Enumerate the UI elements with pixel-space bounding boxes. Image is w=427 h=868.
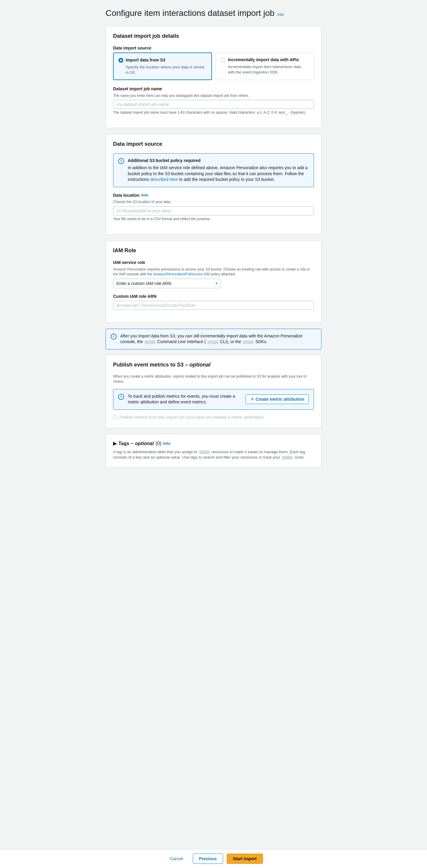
data-location-hint-below: Your file needs to be in a CSV format an… [113, 217, 314, 222]
external-link-icon: ↗ [250, 397, 254, 402]
publish-metrics-title-italic: optional [190, 362, 210, 368]
radio-options-row: Import data from S3 Specify the location… [113, 53, 314, 80]
radio-option-s3[interactable]: Import data from S3 Specify the location… [113, 53, 212, 80]
job-name-hint: The name you enter here can help you dis… [113, 93, 314, 98]
page-title-info-link[interactable]: Info [277, 12, 284, 18]
tags-toggle-icon[interactable]: ▶ [113, 440, 117, 447]
redact-2 [207, 340, 218, 344]
tags-count: (0) [156, 440, 162, 447]
data-location-info-link[interactable]: Info [141, 192, 149, 198]
radio-api-label: Incrementally import data with APIs [228, 57, 299, 63]
info-box-content: Additional S3 bucket policy required In … [128, 158, 309, 182]
incremental-info-content: After you import data from S3, you can s… [120, 333, 316, 345]
iam-full-access-link[interactable]: AmazonPersonalizeFullAccess [153, 272, 202, 276]
publish-metrics-hint: When you create a metric attribution, re… [113, 374, 314, 384]
custom-arn-input[interactable] [113, 301, 314, 310]
job-name-input[interactable] [113, 100, 314, 109]
section-title-import-source: Data import source [113, 141, 314, 148]
tags-hint1: A tag is an administrative label that yo… [113, 450, 197, 454]
tags-label-prefix: Tags – [119, 440, 133, 447]
radio-api-desc: Incrementally import item interactions d… [228, 64, 309, 75]
incremental-text4: SDKs. [256, 339, 267, 344]
data-location-input[interactable] [113, 206, 314, 215]
radio-api-circle [221, 58, 226, 62]
page-title: Configure item interactions dataset impo… [105, 7, 274, 19]
radio-s3-label: Import data from S3 [126, 57, 165, 63]
s3-policy-info-box: i Additional S3 bucket policy required I… [113, 153, 314, 187]
incremental-info-icon: i [111, 334, 117, 340]
custom-arn-field: Custom IAM role ARN [113, 293, 314, 310]
tags-info-link[interactable]: Info [163, 441, 170, 446]
data-location-label: Data location [113, 192, 139, 198]
publish-metrics-checkbox-row: Publish metrics from this import job (yo… [113, 414, 314, 421]
incremental-text2: Command Line Interface ( [157, 339, 206, 344]
data-location-label-row: Data location Info [113, 192, 314, 198]
radio-s3-circle [119, 58, 123, 63]
metric-box-icon: i [118, 394, 124, 400]
iam-service-role-field: IAM service role Amazon Personalize requ… [113, 260, 314, 288]
tags-redact-1 [199, 451, 210, 454]
tags-label-italic: optional [135, 440, 154, 447]
page-title-row: Configure item interactions dataset impo… [105, 7, 322, 19]
iam-service-role-label: IAM service role [113, 260, 314, 266]
job-name-hint-below: The dataset import job name must have 1-… [113, 110, 314, 115]
iam-service-role-hint: Amazon Personalize requires permissions … [113, 267, 314, 277]
dataset-import-job-details-card: Dataset import job details Data import s… [105, 26, 322, 128]
publish-metrics-card: Publish event metrics to S3 – optional W… [105, 355, 322, 428]
data-import-source-label: Data import source [113, 45, 314, 51]
create-metric-btn-label: Create metric attribution [256, 397, 304, 402]
tags-hint3: costs. [294, 455, 305, 460]
publish-metrics-checkbox[interactable] [113, 415, 117, 419]
data-location-field: Data location Info Choose the S3 locatio… [113, 192, 314, 222]
metric-box-text: To track and publish metrics for events,… [128, 394, 242, 405]
iam-role-card: IAM Role IAM service role Amazon Persona… [105, 241, 322, 323]
job-name-label: Dataset import job name [113, 86, 314, 92]
data-import-source-card: Data import source i Additional S3 bucke… [105, 134, 322, 235]
iam-role-select[interactable]: Enter a custom IAM role ARN Create a new… [113, 279, 221, 288]
create-metric-attribution-button[interactable]: ↗ Create metric attribution [245, 395, 309, 404]
info-box-icon: i [118, 158, 124, 164]
tags-hint: A tag is an administrative label that yo… [113, 449, 314, 460]
publish-metrics-title-prefix: Publish event metrics to S3 – [113, 362, 188, 368]
publish-metrics-checkbox-label: Publish metrics from this import job (yo… [119, 414, 264, 421]
metric-attribution-box: i To track and publish metrics for event… [113, 389, 314, 410]
radio-s3-desc: Specify the location where your data is … [126, 64, 207, 75]
data-import-source-field: Data import source Import data from S3 S… [113, 45, 314, 80]
section-title-job-details: Dataset import job details [113, 32, 314, 40]
tags-redact-2 [282, 456, 293, 460]
described-here-link[interactable]: described here [150, 177, 178, 182]
tags-card: ▶ Tags – optional (0) Info A tag is an a… [105, 434, 322, 468]
data-location-hint: Choose the S3 location of your data. [113, 199, 314, 205]
incremental-text3: CLI), or the [220, 339, 241, 344]
iam-role-select-wrapper: Enter a custom IAM role ARN Create a new… [113, 279, 221, 288]
redact-3 [243, 340, 254, 344]
section-title-publish-metrics: Publish event metrics to S3 – optional [113, 361, 314, 369]
info-box-body-after: to add the required bucket policy to you… [179, 177, 275, 182]
radio-option-api[interactable]: Incrementally import data with APIs Incr… [216, 53, 314, 80]
tags-header: ▶ Tags – optional (0) Info [113, 440, 314, 447]
redact-1 [144, 340, 155, 344]
info-box-title: Additional S3 bucket policy required [128, 158, 309, 164]
section-title-iam-role: IAM Role [113, 247, 314, 254]
job-name-field: Dataset import job name The name you ent… [113, 86, 314, 115]
custom-arn-label: Custom IAM role ARN [113, 293, 314, 300]
incremental-info-box: i After you import data from S3, you can… [105, 329, 322, 349]
